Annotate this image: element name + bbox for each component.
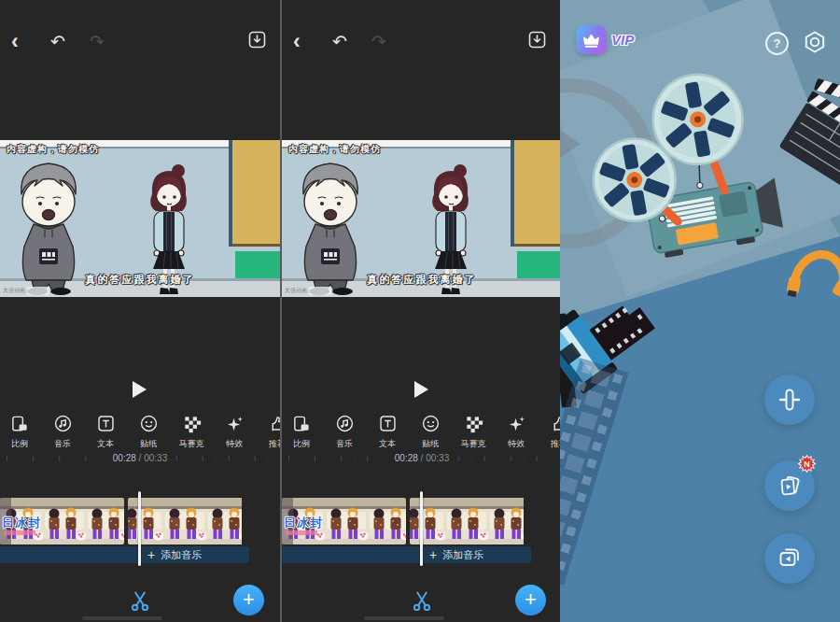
- ratio-icon: [292, 414, 312, 433]
- tool-recommend[interactable]: 推荐: [256, 411, 280, 450]
- video-clip-1[interactable]: [282, 498, 406, 544]
- play-button[interactable]: [133, 381, 147, 398]
- settings-button[interactable]: [803, 30, 827, 58]
- tool-label: 贴纸: [422, 438, 439, 450]
- text-icon: [378, 414, 398, 433]
- tool-label: 推荐: [551, 438, 560, 450]
- gear-icon: [803, 30, 827, 54]
- tool-mosaic[interactable]: 马赛克: [452, 411, 495, 450]
- video-disclaimer-text: 内容虚构，请勿模仿: [7, 143, 99, 156]
- sticker-icon: [421, 414, 441, 433]
- tool-label: 音乐: [336, 438, 353, 450]
- undo-icon[interactable]: ↶: [332, 33, 371, 50]
- ruler-ticks: | · | · | · | ·: [457, 455, 555, 461]
- tool-sticker[interactable]: 贴纸: [127, 411, 170, 450]
- timeline-playhead: [138, 491, 141, 566]
- tool-sticker[interactable]: 贴纸: [409, 411, 452, 450]
- screen-cast-button[interactable]: [764, 533, 815, 584]
- tool-music[interactable]: 音乐: [41, 411, 84, 450]
- export-icon[interactable]: [246, 29, 269, 53]
- tool-label: 马赛克: [461, 438, 486, 450]
- thumbs-up-icon: [268, 414, 281, 433]
- effects-icon: [225, 414, 245, 433]
- timeline-ruler[interactable]: | · | · | · | · 00:28 / 00:33 | · | · | …: [282, 451, 560, 465]
- editor-panel-left: ‹ ↶ ↷: [0, 0, 280, 622]
- thumbs-up-icon: [550, 414, 561, 433]
- capsule-crossline-icon: [777, 387, 803, 413]
- mosaic-icon: [182, 414, 202, 433]
- clip-subtitle-overlay: [4, 530, 35, 535]
- undo-icon[interactable]: ↶: [50, 33, 90, 50]
- help-button[interactable]: ?: [765, 32, 789, 55]
- text-icon: [96, 414, 116, 433]
- video-clip-1[interactable]: [0, 498, 124, 544]
- cut-button[interactable]: [128, 588, 152, 616]
- scissors-icon: [128, 588, 152, 613]
- add-music-track[interactable]: +添加音乐: [282, 546, 531, 563]
- clip-tool-button[interactable]: [764, 375, 815, 425]
- add-clip-button[interactable]: +: [233, 585, 264, 615]
- home-indicator[interactable]: [82, 616, 162, 620]
- editor-toolbar: 比例 音乐 文本 贴纸 马赛克 特效 推荐: [0, 411, 280, 450]
- tool-effects[interactable]: 特效: [213, 411, 256, 450]
- app-home-panel: VIP ? N: [560, 0, 840, 622]
- tool-ratio[interactable]: 比例: [0, 411, 41, 450]
- music-icon: [335, 414, 355, 433]
- editor-toolbar: 比例 音乐 文本 贴纸 马赛克 特效 推荐: [280, 411, 560, 450]
- video-clip-2[interactable]: [410, 498, 531, 544]
- tool-label: 比例: [11, 438, 28, 450]
- add-music-label: 添加音乐: [442, 548, 483, 562]
- export-icon[interactable]: [526, 29, 549, 53]
- video-preview[interactable]: 内容虚构，请勿模仿 真的答应跟我离婚了 大强动画: [0, 140, 280, 297]
- video-yellow-door: [232, 140, 280, 247]
- tool-recommend[interactable]: 推荐: [538, 411, 560, 450]
- video-subtitle: 真的答应跟我离婚了: [0, 273, 280, 287]
- tool-label: 推荐: [269, 438, 280, 450]
- video-subtitle: 真的答应跟我离婚了: [282, 273, 560, 287]
- video-cards-icon: [777, 473, 803, 499]
- watermark-chip: [309, 287, 331, 295]
- tool-text[interactable]: 文本: [366, 411, 409, 450]
- home-indicator[interactable]: [364, 616, 444, 620]
- video-disclaimer-text: 内容虚构，请勿模仿: [288, 143, 381, 156]
- music-icon: [53, 414, 73, 433]
- background-play-shape: [560, 129, 581, 159]
- tool-label: 文本: [379, 438, 396, 450]
- clip-subtitle-overlay: [286, 530, 317, 535]
- scissors-icon: [410, 588, 434, 613]
- ruler-ticks: | · | · | · | ·: [175, 455, 273, 461]
- tool-effects[interactable]: 特效: [495, 411, 538, 450]
- editor-panel-middle: ‹ ↶ ↷: [280, 0, 560, 622]
- vip-label: VIP: [611, 32, 634, 48]
- cast-icon: [777, 545, 803, 572]
- tool-ratio[interactable]: 比例: [280, 411, 323, 450]
- back-icon[interactable]: ‹: [11, 31, 50, 52]
- sticker-icon: [139, 414, 159, 433]
- tool-label: 特效: [508, 438, 525, 450]
- redo-icon[interactable]: ↷: [371, 33, 411, 50]
- back-icon[interactable]: ‹: [293, 31, 332, 52]
- tool-mosaic[interactable]: 马赛克: [170, 411, 213, 450]
- vip-button[interactable]: VIP: [576, 25, 634, 54]
- tool-text[interactable]: 文本: [84, 411, 127, 450]
- tool-label: 贴纸: [140, 438, 157, 450]
- ruler-ticks: | · | · | · | ·: [288, 455, 386, 461]
- ruler-ticks: | · | · | · | ·: [7, 455, 105, 461]
- add-clip-button[interactable]: +: [515, 585, 546, 615]
- cut-button[interactable]: [410, 588, 434, 616]
- play-button[interactable]: [414, 381, 428, 398]
- redo-icon[interactable]: ↷: [90, 33, 129, 50]
- add-music-track[interactable]: +添加音乐: [0, 546, 249, 563]
- question-icon: ?: [774, 36, 781, 50]
- timeline-playhead: [420, 491, 423, 566]
- video-clip-2[interactable]: [128, 498, 249, 544]
- tool-label: 马赛克: [179, 438, 204, 450]
- tool-label: 特效: [226, 438, 243, 450]
- tool-music[interactable]: 音乐: [323, 411, 366, 450]
- crown-icon: [576, 25, 607, 54]
- add-music-label: 添加音乐: [161, 548, 202, 562]
- video-watermark: 大强动画: [3, 287, 49, 295]
- plus-icon: +: [429, 548, 437, 561]
- timeline-ruler[interactable]: | · | · | · | · 00:28 / 00:33 | · | · | …: [0, 451, 280, 465]
- video-preview[interactable]: 内容虚构，请勿模仿 真的答应跟我离婚了 大强动画: [282, 140, 560, 297]
